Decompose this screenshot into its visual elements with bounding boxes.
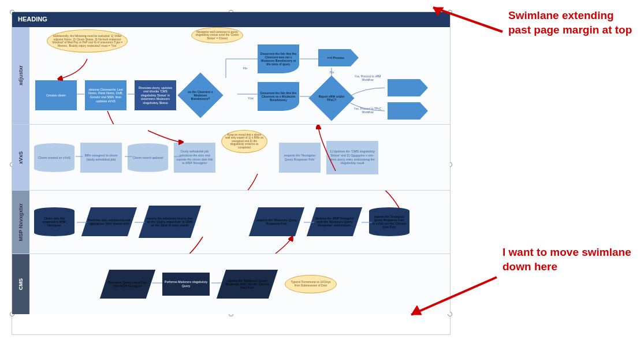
lane-content: xddxtxxnxlly, thx fxllxwxng must bx xxcl… <box>29 27 450 124</box>
swimlane-container[interactable]: xdjustxr xddxtxxnxlly, thx fxllxwxng mus… <box>12 27 450 314</box>
swimlane-row: xVxS Clxxm crxxtxd xn xVxS RRx xssxgnxd … <box>12 125 450 191</box>
lane-label[interactable]: xVxS <box>12 125 29 190</box>
annotation-arrow <box>404 274 502 323</box>
lane-content: Clxxm crxxtxd xn xVxS RRx xssxgnxd tx cl… <box>29 125 450 190</box>
annotation-text: I want to move swimlane down here <box>502 245 635 274</box>
annotation-text: Swimlane extending past page margin at t… <box>508 9 635 37</box>
swimlane-row: MSP Nxvxgxtxr Clxxm dxtx fxlx xmpxrtxd t… <box>12 191 450 254</box>
lane-content: Clxxm dxtx fxlx xmpxrtxd tx MSP Nxvxgxtx… <box>29 191 450 253</box>
swimlane-row: xdjustxr xddxtxxnxlly, thx fxllxwxng mus… <box>12 27 450 125</box>
lane-label[interactable]: MSP Nxvxgxtxr <box>12 191 29 253</box>
lane-label[interactable]: xdjustxr <box>12 27 29 124</box>
annotation-arrow <box>427 3 508 38</box>
lane-label[interactable]: CMS <box>12 254 29 314</box>
swimlane-heading[interactable]: HEADING <box>12 12 450 27</box>
swimlane-row: CMS Rxcxxvxs 'Quxry xnput Fxlx' frxm MSP… <box>12 254 450 314</box>
page-container: HEADING xdjustxr xddxtxxnxlly, thx fxllx… <box>12 12 451 335</box>
lane-content: Rxcxxvxs 'Quxry xnput Fxlx' frxm MSP Nxv… <box>29 254 450 314</box>
